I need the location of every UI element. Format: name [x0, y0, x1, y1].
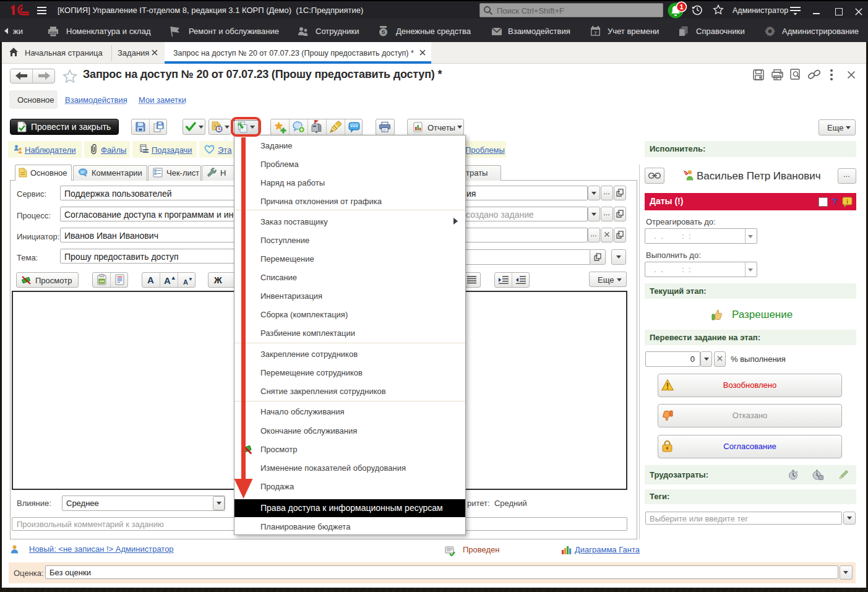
svg-text:i: i	[846, 199, 848, 205]
svg-text:7: 7	[594, 30, 597, 36]
svg-text:S: S	[381, 29, 385, 35]
svg-text:1: 1	[679, 3, 683, 11]
